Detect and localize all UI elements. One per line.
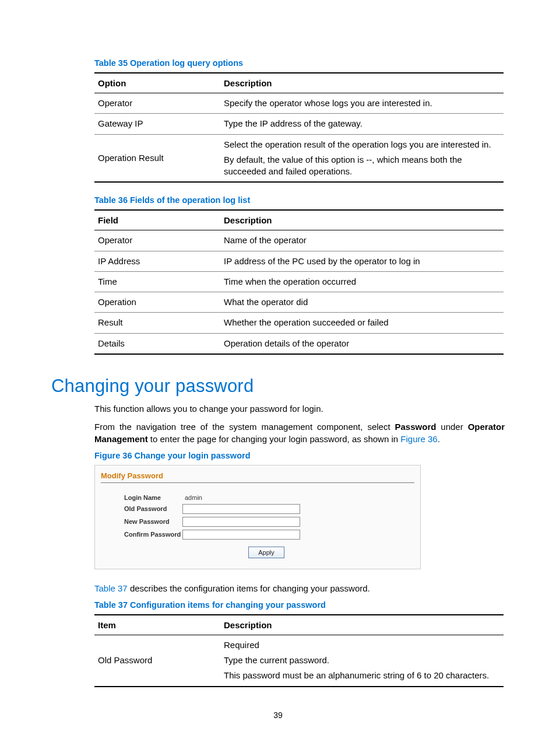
login-name-value: admin bbox=[182, 494, 202, 501]
heading-changing-password: Changing your password bbox=[51, 376, 505, 397]
table-row: Old Password Required Type the current p… bbox=[94, 635, 504, 686]
table-row: Operator Name of the operator bbox=[94, 230, 504, 251]
table-row: Result Whether the operation succeeded o… bbox=[94, 313, 504, 333]
table-35: Option Description Operator Specify the … bbox=[94, 72, 504, 183]
confirm-password-input[interactable] bbox=[182, 530, 300, 540]
apply-button[interactable]: Apply bbox=[248, 547, 284, 558]
table-row: Operation Result Select the operation re… bbox=[94, 134, 504, 182]
table-36: Field Description Operator Name of the o… bbox=[94, 209, 504, 355]
table-35-header-description: Description bbox=[220, 73, 504, 93]
table-36-caption: Table 36 Fields of the operation log lis… bbox=[94, 195, 505, 205]
cell-item: Old Password bbox=[94, 635, 220, 686]
cell-description: Select the operation result of the opera… bbox=[220, 134, 504, 182]
cell-option: Operation Result bbox=[94, 134, 220, 182]
table-row: Operator Specify the operator whose logs… bbox=[94, 93, 504, 114]
table-35-header-option: Option bbox=[94, 73, 220, 93]
table-37-caption: Table 37 Configuration items for changin… bbox=[94, 600, 505, 610]
modify-password-title: Modify Password bbox=[95, 466, 420, 482]
table-35-caption: Table 35 Operation log query options bbox=[94, 58, 505, 68]
old-password-input[interactable] bbox=[182, 504, 300, 514]
para-nav: From the navigation tree of the system m… bbox=[94, 421, 505, 445]
table-37: Item Description Old Password Required T… bbox=[94, 614, 504, 687]
table-row: Gateway IP Type the IP address of the ga… bbox=[94, 114, 504, 134]
table-37-header-item: Item bbox=[94, 615, 220, 635]
link-figure-36[interactable]: Figure 36 bbox=[400, 434, 437, 444]
figure-36-caption: Figure 36 Change your login password bbox=[94, 451, 505, 460]
table-36-header-field: Field bbox=[94, 210, 220, 230]
table-row: Operation What the operator did bbox=[94, 292, 504, 313]
figure-36: Modify Password Login Name admin Old Pas… bbox=[94, 465, 421, 569]
link-table-37[interactable]: Table 37 bbox=[94, 583, 128, 593]
cell-description: Type the IP address of the gateway. bbox=[220, 114, 504, 134]
cell-description: Required Type the current password. This… bbox=[220, 635, 504, 686]
page-number: 39 bbox=[0, 710, 556, 720]
para-intro: This function allows you to change your … bbox=[94, 402, 505, 415]
login-name-label: Login Name bbox=[124, 494, 182, 501]
new-password-label: New Password bbox=[124, 518, 182, 525]
table-36-header-description: Description bbox=[220, 210, 504, 230]
confirm-password-label: Confirm Password bbox=[124, 531, 182, 538]
cell-option: Gateway IP bbox=[94, 114, 220, 134]
table-row: Time Time when the operation occurred bbox=[94, 271, 504, 292]
old-password-label: Old Password bbox=[124, 505, 182, 512]
new-password-input[interactable] bbox=[182, 517, 300, 527]
table-row: IP Address IP address of the PC used by … bbox=[94, 251, 504, 271]
table-row: Details Operation details of the operato… bbox=[94, 333, 504, 354]
table-37-header-description: Description bbox=[220, 615, 504, 635]
cell-option: Operator bbox=[94, 93, 220, 114]
para-table37-intro: Table 37 describes the configuration ite… bbox=[94, 582, 505, 594]
cell-description: Specify the operator whose logs you are … bbox=[220, 93, 504, 114]
